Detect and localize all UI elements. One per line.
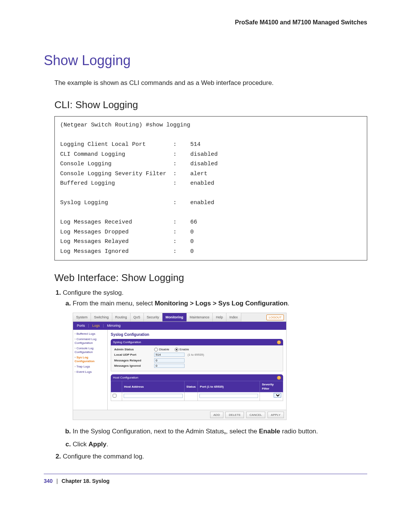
footer-separator: |	[56, 478, 58, 484]
ignored-value	[154, 364, 185, 368]
local-udp-hint: (1 to 65535)	[188, 353, 204, 357]
tab-maintenance[interactable]: Maintenance	[187, 313, 213, 322]
host-col-severity: Severity Filter	[260, 381, 283, 392]
cli-output-block: (Netgear Switch Routing) #show logging L…	[54, 116, 367, 260]
web-heading: Web Interface: Show Logging	[54, 272, 367, 284]
sidebar-item-event-logs[interactable]: Event Logs	[75, 370, 106, 374]
host-col-port: Port (1 to 65535)	[198, 381, 260, 392]
host-table-row	[111, 392, 283, 401]
tab-switching[interactable]: Switching	[91, 313, 112, 322]
sidebar-item-trap-logs[interactable]: Trap Logs	[75, 365, 106, 369]
web-ui-screenshot: System Switching Routing QoS Security Mo…	[73, 313, 287, 420]
enable-radio-label: Enable	[180, 347, 189, 351]
ignored-label: Messages Ignored	[114, 364, 154, 368]
subtab-ports[interactable]: Ports	[77, 324, 85, 328]
host-config-header-label: Host Configuration	[113, 375, 138, 380]
step-1a-pre: From the main menu, select	[73, 300, 155, 307]
apply-button[interactable]: APPLY	[268, 412, 284, 418]
step-1a: From the main menu, select Monitoring > …	[73, 299, 367, 420]
syslog-config-header-label: Syslog Configuration	[113, 340, 141, 344]
step-1c: Click Apply.	[73, 440, 367, 449]
step-1c-bold: Apply	[89, 441, 107, 448]
step-1a-post: .	[288, 300, 290, 307]
step-1b-mid: , select the	[226, 428, 259, 435]
cancel-button[interactable]: CANCEL	[246, 412, 265, 418]
main-panel: Syslog Configuration Syslog Configuratio…	[108, 330, 286, 410]
host-config-header: Host Configuration ?	[111, 374, 283, 381]
add-button[interactable]: ADD	[210, 412, 223, 418]
step-1c-pre: Click	[73, 441, 89, 448]
step-1b-bold: Enable	[259, 428, 280, 435]
sub-tab-bar: Ports | Logs | Mirroring	[73, 322, 286, 330]
tab-help[interactable]: Help	[213, 313, 226, 322]
disable-radio-label: Disable	[159, 347, 169, 351]
syslog-config-header: Syslog Configuration ?	[111, 339, 283, 345]
step-2-text: Configure the command log.	[63, 453, 144, 460]
delete-button[interactable]: DELETE	[225, 412, 244, 418]
footer-button-bar: ADD DELETE CANCEL APPLY	[73, 410, 286, 420]
logout-button[interactable]: LOGOUT	[266, 315, 284, 320]
chapter-label: Chapter 18. Syslog	[62, 478, 110, 484]
sidebar-item-console-log[interactable]: Console Log Configuration	[75, 347, 106, 354]
sidebar: Buffered Logs Command Log Configuration …	[73, 330, 108, 410]
local-udp-input[interactable]	[154, 353, 185, 357]
page-footer: 340 | Chapter 18. Syslog	[44, 474, 367, 484]
step-1a-bold: Monitoring > Logs > Sys Log Configuratio…	[155, 300, 287, 307]
top-tab-bar: System Switching Routing QoS Security Mo…	[73, 313, 286, 322]
enable-radio[interactable]: Enable	[175, 347, 189, 351]
host-port-input[interactable]	[199, 394, 258, 398]
syslog-config-body: Admin Status Disable Enable Local UDP Po…	[111, 345, 283, 371]
step-1c-post: .	[107, 441, 108, 448]
cli-heading: CLI: Show Logging	[54, 99, 367, 111]
tab-monitoring[interactable]: Monitoring	[162, 313, 187, 322]
section-intro: The example is shown as CLI commands and…	[54, 79, 367, 87]
sidebar-item-syslog[interactable]: Sys Log Configuration	[75, 356, 106, 363]
step-1b: In the Syslog Configuration, next to the…	[73, 427, 367, 436]
relayed-label: Messages Relayed	[114, 358, 154, 363]
tab-qos[interactable]: QoS	[131, 313, 144, 322]
logout-area: LOGOUT	[264, 313, 286, 322]
step-1-text: Configure the syslog.	[63, 289, 124, 296]
host-col-status: Status	[184, 381, 198, 392]
tab-routing[interactable]: Routing	[112, 313, 131, 322]
subtab-sep: |	[88, 324, 89, 328]
host-status-cell	[184, 392, 198, 401]
tab-security[interactable]: Security	[144, 313, 163, 322]
document-header: ProSafe M4100 and M7100 Managed Switches	[44, 19, 367, 26]
step-2: Configure the command log.	[63, 453, 367, 460]
local-udp-label: Local UDP Port	[114, 353, 154, 357]
host-address-input[interactable]	[124, 394, 183, 398]
step-1b-pre: In the Syslog Configuration, next to the…	[73, 428, 224, 435]
section-heading: Show Logging	[44, 53, 367, 69]
subtab-mirroring[interactable]: Mirroring	[107, 324, 121, 328]
sidebar-item-buffered-logs[interactable]: Buffered Logs	[75, 332, 106, 336]
disable-radio[interactable]: Disable	[154, 347, 169, 351]
step-1b-post: radio button.	[280, 428, 318, 435]
host-severity-select[interactable]	[274, 393, 281, 398]
step-1: Configure the syslog. From the main menu…	[63, 289, 367, 449]
subtab-logs[interactable]: Logs	[92, 324, 100, 328]
admin-status-label: Admin Status	[114, 347, 154, 351]
tab-system[interactable]: System	[73, 313, 91, 322]
help-icon[interactable]: ?	[277, 340, 281, 344]
tab-index[interactable]: Index	[226, 313, 241, 322]
help-icon[interactable]: ?	[277, 376, 281, 380]
sidebar-item-command-log[interactable]: Command Log Configuration	[75, 337, 106, 345]
host-config-table: Host Address Status Port (1 to 65535) Se…	[111, 381, 283, 401]
page-number: 340	[44, 478, 53, 484]
panel-main-title: Syslog Configuration	[111, 332, 283, 337]
subtab-sep: |	[103, 324, 104, 328]
host-col-checkbox	[111, 381, 122, 392]
host-col-address: Host Address	[122, 381, 185, 392]
host-row-checkbox[interactable]	[113, 394, 116, 398]
steps-list: Configure the syslog. From the main menu…	[54, 289, 367, 460]
relayed-value	[154, 358, 185, 363]
